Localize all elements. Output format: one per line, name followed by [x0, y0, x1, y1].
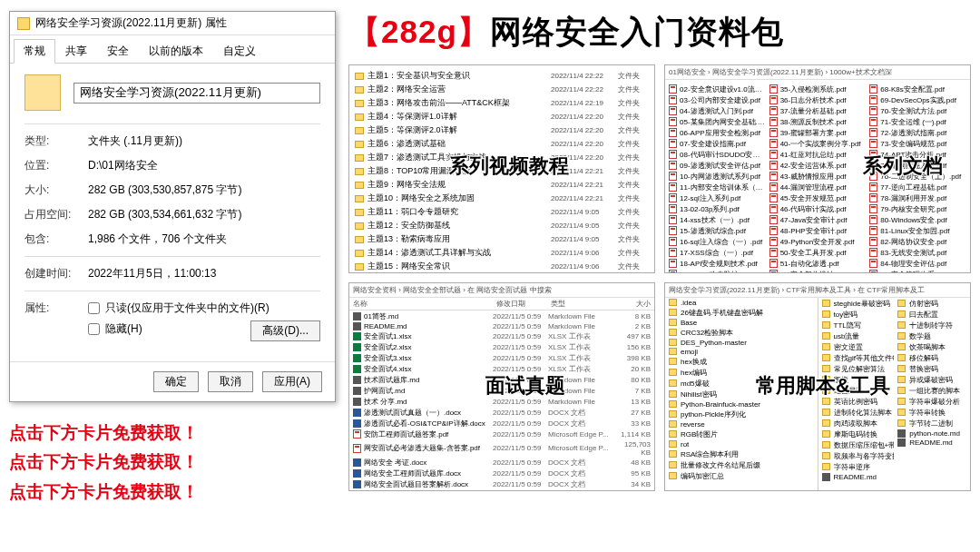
- list-item[interactable]: 69-DevSecOps实践.pdf: [869, 94, 966, 105]
- list-item[interactable]: 11-内部安全培训体系（一）.pdf: [669, 182, 766, 192]
- list-item[interactable]: 主题3：网络攻击前沿——ATT&CK框架2022/11/4 22:19文件夹: [353, 96, 651, 110]
- list-item[interactable]: python-Pickle序列化: [665, 409, 818, 419]
- list-item[interactable]: steghide暴破密码: [818, 298, 895, 309]
- list-item[interactable]: 36-日志分析技术.pdf: [769, 94, 867, 105]
- cancel-button[interactable]: 取消: [208, 371, 253, 392]
- list-item[interactable]: 46-代码审计实战.pdf: [769, 203, 867, 214]
- list-item[interactable]: reverse: [665, 419, 818, 429]
- list-item[interactable]: 字符串逆序: [818, 461, 895, 472]
- list-item[interactable]: 48-PHP安全审计.pdf: [769, 225, 867, 236]
- table-row[interactable]: 网络安全之网络安全面试题.docx2022/11/5 0:59DOCX 文档31…: [349, 489, 654, 491]
- list-item[interactable]: 71-安全运维 (一).pdf: [869, 116, 966, 127]
- list-item[interactable]: 主题10：网络安全之系统加固2022/11/4 22:21文件夹: [353, 192, 651, 205]
- list-item[interactable]: 主题5：等保测评2.0详解2022/11/4 22:20文件夹: [353, 123, 651, 137]
- list-item[interactable]: 02-安全意识建设v1.0流程指南.pdf: [669, 84, 766, 94]
- list-item[interactable]: 替换密码: [894, 363, 970, 374]
- list-item[interactable]: 编码加密汇总: [665, 470, 818, 481]
- list-item[interactable]: 字符串爆破分析: [894, 396, 970, 407]
- list-item[interactable]: 72-渗透测试指南.pdf: [869, 127, 966, 138]
- list-item[interactable]: 51-自动化渗透.pdf: [769, 258, 867, 269]
- list-item[interactable]: Python-Brainfuck-master: [665, 399, 818, 409]
- list-item[interactable]: 数据压缩压缩包+带空隔: [818, 439, 895, 450]
- list-item[interactable]: toy密码: [818, 309, 895, 320]
- panel2-breadcrumb[interactable]: 01网络安全 › 网络安全学习资源(2022.11月更新) › 1000w+技术…: [665, 65, 970, 80]
- table-row[interactable]: 网安面试必考渗透大题集-含答案.pdf2022/11/5 0:59Microso…: [349, 439, 654, 457]
- folder-name-input[interactable]: [74, 83, 320, 104]
- list-item[interactable]: 批量修改文件名结尾后缀: [665, 459, 818, 470]
- table-row[interactable]: 网络安全工程师面试题库.docx2022/11/5 0:59DOCX 文档95 …: [349, 468, 654, 478]
- table-row[interactable]: 安全面试1.xlsx2022/11/5 0:59XLSX 工作表497 KB: [349, 330, 654, 341]
- list-item[interactable]: 进制转化算法脚本: [818, 407, 895, 418]
- table-row[interactable]: 安全面试3.xlsx2022/11/5 0:59XLSX 工作表398 KB: [349, 352, 654, 363]
- list-item[interactable]: TTL隐写: [818, 320, 895, 330]
- list-item[interactable]: 45-安全开发规范.pdf: [769, 192, 867, 203]
- readonly-checkbox[interactable]: [88, 302, 100, 314]
- tab-sharing[interactable]: 共享: [55, 39, 97, 63]
- list-item[interactable]: 06-APP应用安全检测.pdf: [669, 127, 766, 138]
- list-item[interactable]: 37-流量分析基础.pdf: [769, 105, 867, 116]
- list-item[interactable]: 仿射密码: [894, 298, 970, 309]
- readonly-row[interactable]: 只读(仅应用于文件夹中的文件)(R): [88, 301, 320, 316]
- list-item[interactable]: 03-公司内部安全建设.pdf: [669, 94, 766, 105]
- list-item[interactable]: .idea: [665, 298, 818, 307]
- table-row[interactable]: README.md2022/11/5 0:59Markdown File2 KB: [349, 321, 654, 330]
- list-item[interactable]: 35-入侵检测系统.pdf: [769, 84, 867, 94]
- list-item[interactable]: README.md: [894, 438, 970, 447]
- list-item[interactable]: emoji: [665, 347, 818, 356]
- table-row[interactable]: 安全面试2.xlsx2022/11/5 0:59XLSX 工作表156 KB: [349, 341, 654, 352]
- dialog-titlebar[interactable]: 网络安全学习资源(2022.11月更新) 属性: [10, 12, 335, 35]
- table-row[interactable]: 渗透面试必看-OSI&TCP&IP详解.docx2022/11/5 0:59DO…: [349, 418, 654, 429]
- list-item[interactable]: 字符串转换: [894, 407, 970, 418]
- list-item[interactable]: 主题11：弱口令专题研究2022/11/4 9:05文件夹: [353, 205, 651, 219]
- list-item[interactable]: 82-网络协议安全.pdf: [869, 236, 966, 247]
- list-item[interactable]: 摩斯电码转换: [818, 429, 895, 439]
- list-item[interactable]: 18-API安全规则技术.pdf: [669, 258, 766, 269]
- list-item[interactable]: rot: [665, 439, 818, 448]
- list-item[interactable]: python-note.md: [894, 429, 970, 438]
- list-item[interactable]: 19-CSRF攻击防护.pdf: [669, 269, 766, 273]
- table-row[interactable]: 网络安全 考证.docx2022/11/5 0:59DOCX 文档48 KB: [349, 457, 654, 468]
- list-item[interactable]: 79-内核安全研究.pdf: [869, 203, 966, 214]
- list-item[interactable]: 43-威胁情报应用.pdf: [769, 171, 867, 182]
- panel4-breadcrumb[interactable]: 网络安全学习资源(2022.11月更新) › CTF常用脚本及工具 › 在 CT…: [665, 283, 970, 298]
- list-item[interactable]: 77-逆向工程基础.pdf: [869, 182, 966, 192]
- list-item[interactable]: 取频率与各字符变换: [818, 450, 895, 461]
- list-item[interactable]: 移位解码: [894, 352, 970, 363]
- list-item[interactable]: 83-无线安全测试.pdf: [869, 247, 966, 258]
- list-item[interactable]: 78-漏洞利用开发.pdf: [869, 192, 966, 203]
- list-item[interactable]: 主题15：网络安全常识2022/11/4 9:06文件夹: [353, 260, 651, 273]
- list-item[interactable]: 主题2：网络安全运营2022/11/4 22:22文件夹: [353, 83, 651, 96]
- list-item[interactable]: 饮茶喝脚本: [894, 341, 970, 352]
- list-item[interactable]: 主题14：渗透测试工具详解与实战2022/11/4 9:06文件夹: [353, 246, 651, 260]
- ok-button[interactable]: 确定: [153, 371, 199, 392]
- list-item[interactable]: 主题13：勒索病毒应用2022/11/4 9:05文件夹: [353, 232, 651, 246]
- list-item[interactable]: Base: [665, 318, 818, 327]
- list-item[interactable]: 16-sql注入综合（一）.pdf: [669, 236, 766, 247]
- tab-general[interactable]: 常规: [14, 39, 55, 64]
- list-item[interactable]: 主题9：网络安全法规2022/11/4 22:21文件夹: [353, 178, 651, 192]
- list-item[interactable]: 07-安全建设指南.pdf: [669, 138, 766, 149]
- list-item[interactable]: 85-安全管理体系.pdf: [869, 269, 966, 273]
- list-item[interactable]: 17-XSS综合（一）.pdf: [669, 247, 766, 258]
- list-item[interactable]: 10-内网渗透测试系列.pdf: [669, 171, 766, 182]
- table-row[interactable]: 安防工程师面试题答案.pdf2022/11/5 0:59Microsoft Ed…: [349, 429, 654, 439]
- list-item[interactable]: 80-Windows安全.pdf: [869, 214, 966, 225]
- table-row[interactable]: 渗透测试面试真题（一）.docx2022/11/5 0:59DOCX 文档27 …: [349, 407, 654, 418]
- list-item[interactable]: 44-漏洞管理流程.pdf: [769, 182, 867, 192]
- list-item[interactable]: 12-sql注入系列.pdf: [669, 192, 766, 203]
- list-item[interactable]: 42-安全运营体系.pdf: [769, 160, 867, 171]
- tab-security[interactable]: 安全: [97, 39, 139, 63]
- list-item[interactable]: 52-安全架构设计.pdf: [769, 269, 867, 273]
- table-row[interactable]: 网络安全面试题目答案解析.docx2022/11/5 0:59DOCX 文档34…: [349, 478, 654, 489]
- list-item[interactable]: RGB转图片: [665, 429, 818, 439]
- list-item[interactable]: DES_Python-master: [665, 338, 818, 347]
- list-item[interactable]: 一组比赛的脚本: [894, 385, 970, 396]
- list-item[interactable]: 26键盘码.手机键盘密码解: [665, 307, 818, 318]
- list-item[interactable]: CRC32检验脚本: [665, 327, 818, 338]
- tab-previous[interactable]: 以前的版本: [139, 39, 213, 63]
- list-item[interactable]: 47-Java安全审计.pdf: [769, 214, 867, 225]
- panel3-header[interactable]: 名称修改日期类型大小: [349, 298, 654, 310]
- list-item[interactable]: 05-某集团内网安全基础.pdf: [669, 116, 766, 127]
- list-item[interactable]: 50-安全工具开发.pdf: [769, 247, 867, 258]
- list-item[interactable]: 曰去配置: [894, 309, 970, 320]
